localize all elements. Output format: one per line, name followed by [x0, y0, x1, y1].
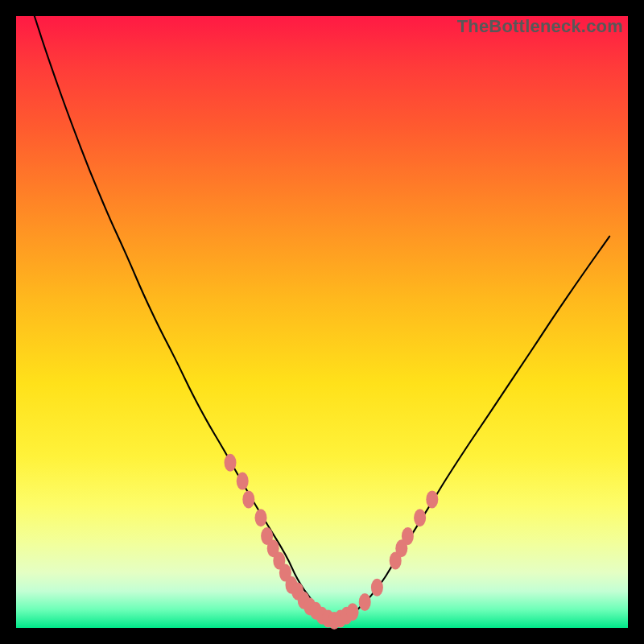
highlight-marker	[371, 579, 383, 597]
highlight-marker	[414, 509, 426, 526]
highlight-marker	[426, 490, 438, 508]
highlight-marker	[402, 527, 414, 545]
highlight-marker	[225, 454, 237, 472]
plot-area: TheBottleneck.com	[16, 16, 628, 628]
highlight-marker	[242, 490, 254, 508]
chart-frame: TheBottleneck.com	[0, 0, 644, 644]
chart-svg	[16, 16, 628, 628]
highlight-marker	[347, 603, 359, 621]
bottleneck-curve-line	[35, 16, 609, 621]
highlight-marker	[237, 473, 249, 490]
highlight-markers	[225, 454, 439, 630]
highlight-marker	[255, 509, 267, 526]
highlight-marker	[359, 593, 371, 611]
